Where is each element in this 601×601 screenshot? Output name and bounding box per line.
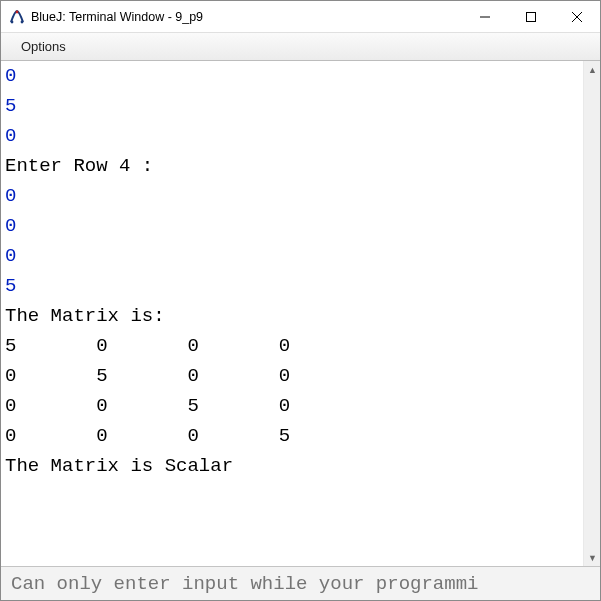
svg-point-1 (21, 20, 24, 23)
titlebar: BlueJ: Terminal Window - 9_p9 (1, 1, 600, 33)
svg-rect-4 (527, 12, 536, 21)
menubar: Options (1, 33, 600, 61)
menu-options[interactable]: Options (15, 36, 72, 57)
window-title: BlueJ: Terminal Window - 9_p9 (31, 10, 203, 24)
close-button[interactable] (554, 1, 600, 33)
terminal-input-line: 5 (5, 95, 16, 117)
svg-point-0 (11, 20, 14, 23)
bluej-terminal-window: BlueJ: Terminal Window - 9_p9 Options 0 … (0, 0, 601, 601)
content-wrap: 0 5 0 Enter Row 4 : 0 0 0 5 The Matrix i… (1, 61, 600, 566)
terminal-input-line: 0 (5, 215, 16, 237)
minimize-button[interactable] (462, 1, 508, 33)
maximize-button[interactable] (508, 1, 554, 33)
bluej-icon (9, 9, 25, 25)
terminal-input-line: 0 (5, 125, 16, 147)
terminal-input-line: 0 (5, 65, 16, 87)
terminal-output: 0 5 0 Enter Row 4 : 0 0 0 5 The Matrix i… (1, 61, 583, 566)
scroll-down-icon[interactable]: ▼ (584, 549, 601, 566)
scroll-up-icon[interactable]: ▲ (584, 61, 601, 78)
terminal-input-line: 0 (5, 185, 16, 207)
terminal-input (9, 572, 592, 596)
svg-point-2 (16, 10, 19, 13)
terminal-input-line: 5 (5, 275, 16, 297)
scrollbar-vertical[interactable]: ▲ ▼ (583, 61, 600, 566)
input-bar (1, 566, 600, 600)
terminal-input-line: 0 (5, 245, 16, 267)
